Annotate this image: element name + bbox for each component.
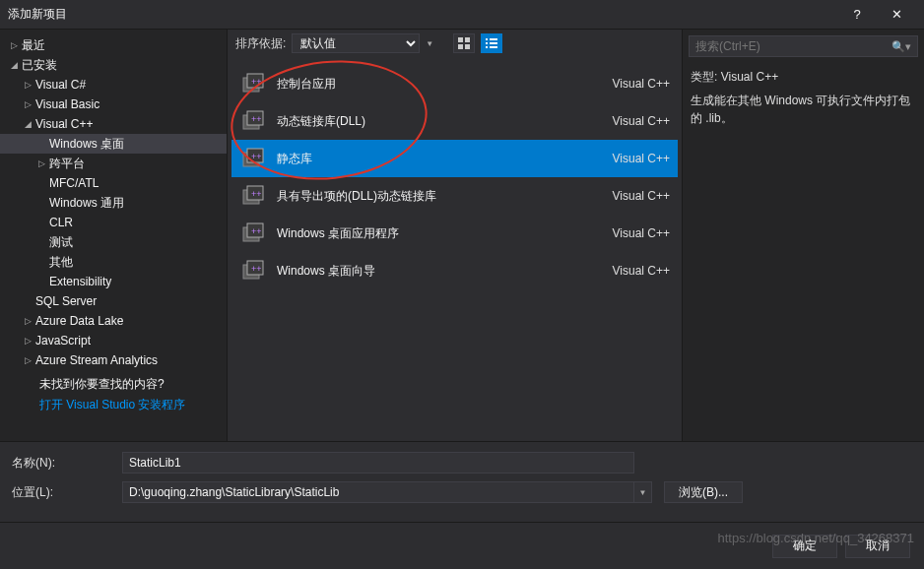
chevron-right-icon: ▷ xyxy=(8,39,20,51)
tree-item-label: Azure Data Lake xyxy=(35,314,123,328)
help-button[interactable]: ? xyxy=(837,1,877,29)
tree-item[interactable]: ▷JavaScript xyxy=(0,331,227,350)
template-lang: Visual C++ xyxy=(613,189,670,203)
template-lang: Visual C++ xyxy=(613,152,670,165)
titlebar: 添加新项目 ? ✕ xyxy=(0,0,924,30)
tree-arrow-icon: ▷ xyxy=(22,315,33,327)
tree-item[interactable]: ▷Azure Stream Analytics xyxy=(0,350,227,370)
svg-rect-2 xyxy=(458,44,463,49)
sort-dropdown[interactable]: 默认值 xyxy=(292,33,420,53)
name-input[interactable] xyxy=(122,452,634,474)
tree-item[interactable]: 测试 xyxy=(0,232,227,252)
sort-label: 排序依据: xyxy=(235,35,286,52)
location-input[interactable] xyxy=(122,481,634,503)
cancel-button[interactable]: 取消 xyxy=(845,535,910,558)
svg-rect-7 xyxy=(490,42,497,44)
tree-item-label: Visual C++ xyxy=(35,117,93,131)
tree-item[interactable]: MFC/ATL xyxy=(0,173,227,193)
browse-button[interactable]: 浏览(B)... xyxy=(664,481,743,503)
view-list-button[interactable] xyxy=(481,33,502,53)
template-list: ++控制台应用Visual C++++动态链接库(DLL)Visual C+++… xyxy=(228,57,682,441)
chevron-down-icon: ◢ xyxy=(8,59,20,71)
sort-toolbar: 排序依据: 默认值 ▼ xyxy=(228,30,682,57)
svg-text:++: ++ xyxy=(251,226,262,236)
template-item[interactable]: ++控制台应用Visual C++ xyxy=(231,65,678,102)
tree-item[interactable]: 其他 xyxy=(0,252,227,272)
template-item[interactable]: ++具有导出项的(DLL)动态链接库Visual C++ xyxy=(231,177,678,215)
svg-text:++: ++ xyxy=(251,114,262,124)
tree-item-label: Windows 桌面 xyxy=(49,136,124,153)
location-dropdown-arrow[interactable]: ▼ xyxy=(634,481,652,503)
open-installer-link[interactable]: 打开 Visual Studio 安装程序 xyxy=(0,395,227,419)
template-item[interactable]: ++动态链接库(DLL)Visual C++ xyxy=(231,102,678,140)
tree-item-label: 跨平台 xyxy=(49,156,85,172)
template-name: 静态库 xyxy=(277,151,613,167)
center-panel: 排序依据: 默认值 ▼ ++控制台应用Visual C++++动态链接库(DLL… xyxy=(227,30,683,441)
tree-item[interactable]: ▷Visual Basic xyxy=(0,95,227,114)
svg-rect-1 xyxy=(465,37,470,42)
template-icon: ++ xyxy=(239,182,267,210)
template-name: 具有导出项的(DLL)动态链接库 xyxy=(277,188,613,205)
template-icon: ++ xyxy=(239,107,267,135)
template-lang: Visual C++ xyxy=(613,226,670,240)
list-icon xyxy=(486,37,497,49)
tree-item-label: 测试 xyxy=(49,234,73,251)
search-input[interactable] xyxy=(695,39,891,53)
svg-rect-9 xyxy=(490,46,497,48)
template-name: Windows 桌面应用程序 xyxy=(277,225,613,242)
tree-item-label: CLR xyxy=(49,216,73,229)
ok-button[interactable]: 确定 xyxy=(772,535,837,558)
svg-text:++: ++ xyxy=(251,152,262,161)
details-panel: 🔍▾ 类型: Visual C++ 生成能在其他 Windows 可执行文件内打… xyxy=(683,30,924,441)
tree-item[interactable]: CLR xyxy=(0,213,227,232)
template-item[interactable]: ++Windows 桌面向导Visual C++ xyxy=(231,252,678,289)
tree-arrow-icon: ▷ xyxy=(22,79,33,91)
tree-item-label: Visual Basic xyxy=(35,97,99,111)
tree-item[interactable]: ▷跨平台 xyxy=(0,154,227,173)
tree-item[interactable]: Windows 桌面 xyxy=(0,134,227,154)
close-button[interactable]: ✕ xyxy=(877,1,916,29)
template-lang: Visual C++ xyxy=(613,114,670,128)
template-item[interactable]: ++Windows 桌面应用程序Visual C++ xyxy=(231,215,678,252)
svg-rect-3 xyxy=(465,44,470,49)
tree-item-label: JavaScript xyxy=(35,334,91,348)
tree-item-label: SQL Server xyxy=(35,294,97,308)
tree-item-label: Visual C# xyxy=(35,78,86,92)
tree-item[interactable]: ◢Visual C++ xyxy=(0,114,227,134)
grid-icon xyxy=(458,37,470,49)
tree-arrow-icon: ▷ xyxy=(22,335,33,347)
search-box[interactable]: 🔍▾ xyxy=(689,35,918,57)
tree-item[interactable]: Windows 通用 xyxy=(0,193,227,213)
tree-arrow-icon: ▷ xyxy=(35,158,47,169)
tree-item[interactable]: ▷Visual C# xyxy=(0,75,227,95)
location-label: 位置(L): xyxy=(12,484,122,501)
type-desc: 生成能在其他 Windows 可执行文件内打包的 .lib。 xyxy=(691,92,916,127)
tree-item-label: MFC/ATL xyxy=(49,176,99,190)
template-icon: ++ xyxy=(239,220,267,247)
template-icon: ++ xyxy=(239,257,267,284)
svg-rect-8 xyxy=(486,46,488,48)
template-item[interactable]: ++静态库Visual C++ xyxy=(231,140,678,177)
dropdown-arrow-icon: ▼ xyxy=(426,39,433,48)
svg-text:++: ++ xyxy=(251,189,262,199)
view-grid-button[interactable] xyxy=(453,33,475,53)
tree-item[interactable]: ▷Azure Data Lake xyxy=(0,311,227,331)
form-area: 名称(N): 位置(L): ▼ 浏览(B)... xyxy=(0,441,924,517)
tree-arrow-icon: ▷ xyxy=(22,98,33,110)
tree-item-label: 其他 xyxy=(49,254,73,271)
sidebar: ▷最近 ◢已安装 ▷Visual C#▷Visual Basic◢Visual … xyxy=(0,30,227,441)
tree-item-label: Windows 通用 xyxy=(49,195,124,212)
svg-rect-6 xyxy=(486,42,488,44)
svg-text:++: ++ xyxy=(251,264,262,274)
name-label: 名称(N): xyxy=(12,455,122,472)
tree-recent[interactable]: ▷最近 xyxy=(0,35,227,55)
template-icon: ++ xyxy=(239,145,267,172)
tree-arrow-icon: ▷ xyxy=(22,354,33,366)
tree-item[interactable]: SQL Server xyxy=(0,291,227,311)
template-icon: ++ xyxy=(239,70,267,97)
help-text: 未找到你要查找的内容? xyxy=(0,370,227,395)
tree-installed[interactable]: ◢已安装 xyxy=(0,55,227,75)
tree-item[interactable]: Extensibility xyxy=(0,272,227,291)
svg-rect-0 xyxy=(458,37,463,42)
template-name: 动态链接库(DLL) xyxy=(277,113,613,130)
